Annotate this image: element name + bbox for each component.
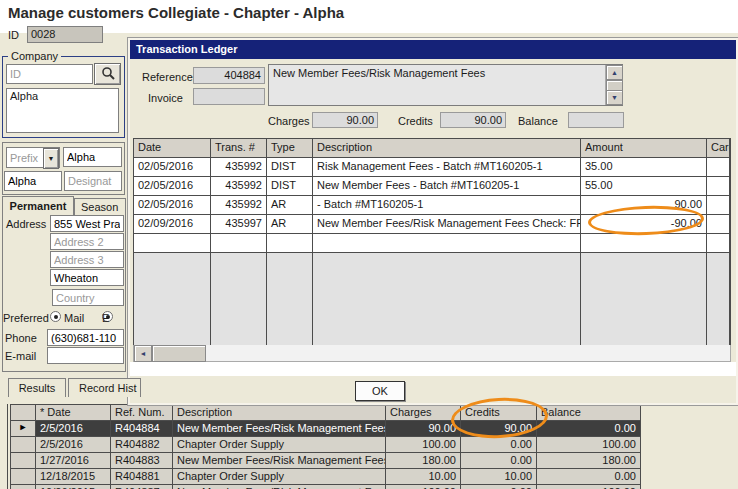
table-cell[interactable]: 0.00: [461, 485, 537, 489]
table-cell[interactable]: 55.00: [581, 177, 707, 196]
customer-id-field[interactable]: 0028: [27, 26, 103, 43]
table-cell[interactable]: 90.00: [386, 421, 461, 437]
scroll-up-icon[interactable]: ▲: [606, 65, 623, 80]
table-cell[interactable]: R404882: [111, 437, 173, 453]
prefix-combobox[interactable]: ▼: [6, 147, 60, 168]
preferred-mail-radio[interactable]: [50, 311, 61, 322]
results-header-ref[interactable]: Ref. Num.: [111, 405, 173, 421]
table-cell[interactable]: DIST: [267, 177, 313, 196]
ledger-header-card[interactable]: Card: [707, 139, 730, 158]
table-cell[interactable]: 0.00: [461, 437, 537, 453]
company-search-button[interactable]: [94, 63, 121, 85]
row-selector[interactable]: [11, 437, 36, 453]
empty-row-cell[interactable]: [313, 234, 581, 253]
row-selector[interactable]: [11, 469, 36, 485]
name-alpha-input[interactable]: [4, 171, 62, 191]
table-cell[interactable]: 100.00: [537, 485, 641, 489]
table-cell[interactable]: New Member Fees/Risk Management Fees: [173, 485, 386, 489]
table-cell[interactable]: R404881: [111, 469, 173, 485]
row-selector[interactable]: [11, 485, 36, 489]
table-cell[interactable]: 10.00: [461, 469, 537, 485]
scroll-down-icon[interactable]: ▼: [606, 90, 623, 105]
phone-input[interactable]: [47, 329, 124, 346]
address-line1-input[interactable]: [50, 215, 124, 232]
table-cell[interactable]: [707, 158, 730, 177]
description-scrollbar[interactable]: ▲ ▼: [605, 65, 622, 105]
tab-results[interactable]: Results: [8, 378, 66, 397]
company-name-box[interactable]: Alpha: [6, 88, 119, 133]
empty-row-cell[interactable]: [267, 234, 313, 253]
table-row[interactable]: 02/05/2016: [134, 177, 211, 196]
tab-record-history[interactable]: Record Hist: [68, 378, 141, 397]
table-cell[interactable]: Risk Management Fees - Batch #MT160205-1: [313, 158, 581, 177]
table-cell[interactable]: Chapter Order Supply: [173, 469, 386, 485]
table-row[interactable]: 1/27/2016: [36, 453, 111, 469]
chevron-down-icon[interactable]: ▼: [43, 148, 59, 169]
table-row[interactable]: 2/5/2016: [36, 421, 111, 437]
scrollbar-thumb[interactable]: [152, 345, 206, 362]
row-selector[interactable]: [11, 453, 36, 469]
ledger-header-type[interactable]: Type: [267, 139, 313, 158]
table-cell[interactable]: New Member Fees/Risk Management Fees: [173, 453, 386, 469]
table-cell[interactable]: 435997: [211, 215, 267, 234]
results-header-charges[interactable]: Charges: [386, 405, 461, 421]
table-row[interactable]: 02/09/2016: [134, 215, 211, 234]
table-cell[interactable]: 100.00: [386, 485, 461, 489]
empty-row-cell[interactable]: [581, 234, 707, 253]
ledger-header-date[interactable]: Date: [134, 139, 211, 158]
empty-row-cell[interactable]: [134, 234, 211, 253]
empty-row-cell[interactable]: [211, 234, 267, 253]
table-cell[interactable]: [707, 177, 730, 196]
tab-seasonal[interactable]: Season: [74, 198, 126, 215]
address-line3-input[interactable]: [50, 251, 124, 268]
tab-permanent[interactable]: Permanent: [2, 196, 74, 215]
table-row[interactable]: 02/05/2016: [134, 158, 211, 177]
table-cell[interactable]: New Member Fees/Risk Management Fees: [173, 421, 386, 437]
country-input[interactable]: [52, 289, 124, 306]
table-cell[interactable]: R404883: [111, 453, 173, 469]
scroll-left-icon[interactable]: ◄: [134, 345, 152, 362]
table-row[interactable]: 02/05/2016: [134, 196, 211, 215]
table-cell[interactable]: 100.00: [537, 437, 641, 453]
table-cell[interactable]: 180.00: [537, 453, 641, 469]
dialog-titlebar[interactable]: Transaction Ledger: [130, 40, 736, 59]
table-cell[interactable]: [707, 196, 730, 215]
results-header-description[interactable]: Description: [173, 405, 386, 421]
table-cell[interactable]: New Member Fees/Risk Management Fees Che…: [313, 215, 581, 234]
table-cell[interactable]: 10.00: [386, 469, 461, 485]
table-cell[interactable]: 0.00: [461, 453, 537, 469]
table-cell[interactable]: AR: [267, 196, 313, 215]
ledger-h-scrollbar[interactable]: ◄: [133, 345, 731, 362]
table-cell[interactable]: 435992: [211, 158, 267, 177]
table-cell[interactable]: 0.00: [537, 421, 641, 437]
results-header-balance[interactable]: Balance: [537, 405, 641, 421]
ledger-header-amount[interactable]: Amount: [581, 139, 707, 158]
table-row[interactable]: 2/5/2016: [36, 437, 111, 453]
table-row[interactable]: 12/18/2015: [36, 469, 111, 485]
city-input[interactable]: [50, 269, 124, 286]
table-cell[interactable]: 100.00: [386, 437, 461, 453]
table-cell[interactable]: 435992: [211, 196, 267, 215]
empty-row-cell[interactable]: [707, 234, 730, 253]
table-cell[interactable]: Chapter Order Supply: [173, 437, 386, 453]
ledger-header-trans[interactable]: Trans. #: [211, 139, 267, 158]
email-input[interactable]: [47, 347, 124, 364]
prefix-name-input[interactable]: [63, 147, 122, 167]
ledger-header-description[interactable]: Description: [313, 139, 581, 158]
description-box[interactable]: New Member Fees/Risk Management Fees ▲ ▼: [268, 64, 623, 106]
table-cell[interactable]: 435992: [211, 177, 267, 196]
ok-button[interactable]: OK: [355, 381, 405, 401]
table-cell[interactable]: New Member Fees - Batch #MT160205-1: [313, 177, 581, 196]
table-cell[interactable]: 180.00: [386, 453, 461, 469]
table-cell[interactable]: [707, 215, 730, 234]
results-header-date[interactable]: * Date: [36, 405, 111, 421]
table-cell[interactable]: R404887: [111, 485, 173, 489]
table-cell[interactable]: AR: [267, 215, 313, 234]
prefix-input[interactable]: [7, 148, 43, 167]
address-line2-input[interactable]: [50, 233, 124, 250]
table-cell[interactable]: R404884: [111, 421, 173, 437]
company-id-input[interactable]: [6, 64, 93, 84]
table-cell[interactable]: - Batch #MT160205-1: [313, 196, 581, 215]
table-row[interactable]: 10/26/2015: [36, 485, 111, 489]
designation-input[interactable]: [64, 171, 122, 191]
